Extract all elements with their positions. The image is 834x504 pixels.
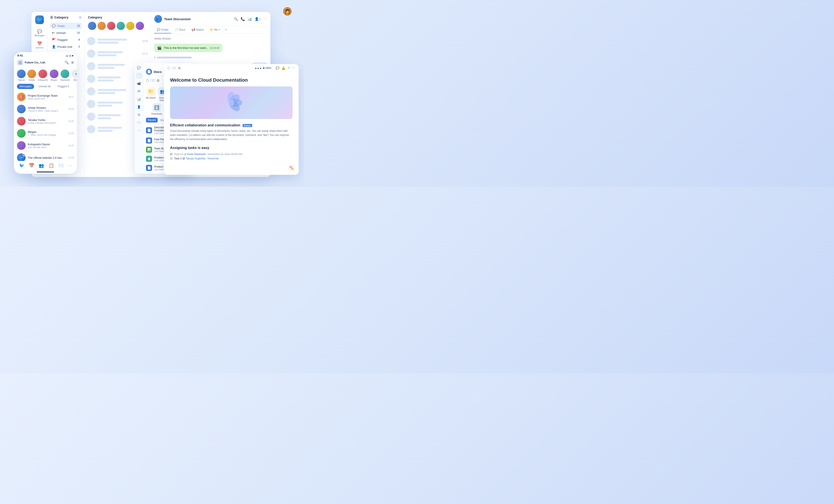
chat-item-megan[interactable]: Megan ✓ Yeah, here's the change. 14:49	[14, 127, 77, 139]
avatar-emoji: 👩	[283, 7, 292, 16]
sidebar-item-messages[interactable]: 💬 Messages	[34, 27, 45, 38]
skel-lines	[97, 76, 140, 82]
contact-takahashi[interactable]: Takahashi	[60, 69, 70, 81]
checkbox-done[interactable]: ☑	[170, 153, 172, 156]
contact-megan[interactable]: Megan	[50, 69, 59, 81]
badge-count: 2	[23, 153, 26, 156]
chat-skel-row-1[interactable]: 14:00	[87, 36, 148, 46]
nav-messages[interactable]: 🐦	[19, 163, 25, 168]
chat-time: 14:43	[68, 145, 74, 147]
grid-icon[interactable]: ⊞	[178, 66, 181, 70]
tab-unread[interactable]: Unread 58	[36, 84, 53, 89]
tab-add-button[interactable]: +	[223, 26, 229, 34]
sidebar-icon-more[interactable]: ⋯	[136, 127, 142, 133]
contact-takuya[interactable]: Takuya	[17, 69, 26, 81]
chat-av-5	[126, 22, 134, 30]
more-icon[interactable]: ⋯	[263, 17, 267, 21]
skel-line	[97, 76, 121, 79]
tab-notice[interactable]: 📢 Notice	[189, 26, 206, 34]
tab-docs-label: Docs	[179, 28, 185, 31]
category-chats[interactable]: 💬 Chats 12	[50, 23, 82, 29]
add-member-icon[interactable]: 👤+	[255, 17, 261, 21]
shortcut-myspace[interactable]: 📁 My Space	[146, 87, 156, 102]
contact-name: Megan	[51, 79, 57, 81]
contact-ishida[interactable]: Ishida	[27, 69, 36, 81]
top-user-avatar[interactable]: 👩	[283, 6, 292, 16]
comment-icon[interactable]: 💬	[276, 66, 279, 70]
chat-info-megan: Megan ✓ Yeah, here's the change.	[28, 130, 66, 136]
chat-item-ishida[interactable]: Ishida Shotaro I found it when I was usi…	[14, 103, 77, 115]
chat-name: The official website 2.0 has..	[28, 156, 66, 159]
unread-label: Unread	[56, 31, 77, 35]
sidebar-icon-docs[interactable]: 📄	[136, 72, 142, 79]
share-icon[interactable]: ↗	[287, 66, 290, 70]
tab-docs[interactable]: 📄 Docs	[172, 26, 188, 34]
nav-icon-2[interactable]: □□	[151, 79, 155, 83]
call-icon[interactable]: 📞	[241, 17, 245, 21]
chat-av-4	[117, 22, 125, 30]
tab-recent[interactable]: Recent	[146, 118, 158, 123]
phone-tabs: Messages Unread 58 Flagged 5	[14, 83, 77, 90]
sidebar-icon-chat[interactable]: 💬	[136, 65, 142, 71]
search-icon[interactable]: 🔍	[234, 17, 238, 21]
chat-item-kobayashi[interactable]: Kobayashi Dance Can we talk now? 14:43	[14, 139, 77, 152]
compose-icon[interactable]: ⊕	[71, 60, 74, 65]
checkbox-pending[interactable]: ☐	[170, 157, 172, 160]
nav-mail[interactable]: ✉️	[59, 163, 64, 168]
skel-line	[97, 64, 125, 66]
nav-docs[interactable]: 📋	[49, 163, 54, 168]
category-settings-icon[interactable]: ⚙	[79, 16, 82, 19]
search-icon[interactable]: 🔍	[65, 60, 69, 65]
tab-chats[interactable]: 💬 Chats	[154, 26, 171, 34]
sidebar-icon-grid[interactable]: ⊞	[136, 112, 142, 118]
chat-item-project[interactable]: 🎯 Project Exchange Team Okay, good luck …	[14, 91, 77, 103]
category-flagged[interactable]: 🚩 Flagged 8	[50, 37, 82, 43]
sidebar-icon-mail[interactable]: ✉️	[136, 119, 142, 126]
contact-kobayashi[interactable]: Kobayashi	[38, 69, 48, 81]
sidebar-item-calendar[interactable]: 📅 calendar	[34, 40, 45, 50]
chat-avatar-ishida	[17, 105, 26, 113]
tab-notice-icon: 📢	[192, 28, 195, 31]
tab-chats-label: Chats	[161, 28, 169, 31]
nav-mail-icon: ✉️	[59, 163, 64, 168]
chat-item-lark[interactable]: 🐦 2 The official website 2.0 has.. 14:29	[14, 152, 77, 161]
nav-icon-1[interactable]: ⬡	[146, 79, 149, 83]
nav-groups[interactable]: 👥	[39, 163, 44, 168]
sidebar-icon-people[interactable]: 👤	[136, 104, 142, 110]
nav-icon-3[interactable]: ⊞	[157, 79, 159, 83]
chat-av-6	[136, 22, 144, 30]
skel-line	[97, 92, 115, 94]
myspace-label: My Space	[146, 96, 156, 99]
private-badge: 2	[79, 45, 80, 48]
chat-skel-row-2[interactable]: 13:14	[87, 48, 148, 59]
skel-time: 13:14	[142, 52, 148, 55]
company-avatar: 🏢	[17, 59, 23, 65]
sidebar-icon-video[interactable]: 📹	[136, 80, 142, 86]
layout-icon[interactable]: □□	[172, 66, 176, 70]
notification-icon[interactable]: 🔔	[282, 66, 285, 70]
tab-file[interactable]: 📁 file ▾	[207, 26, 222, 34]
sidebar-icon-pp[interactable]: 📊	[136, 96, 142, 102]
tab-file-icon: 📁	[210, 28, 213, 31]
flagged-icon: 🚩	[52, 38, 56, 42]
expand-icon[interactable]: ⬡	[168, 66, 170, 70]
sidebar-icon-calendar[interactable]: 26	[136, 88, 142, 94]
skel-circle	[87, 87, 95, 95]
skel-line	[97, 80, 114, 82]
category-unread[interactable]: ↩ Unread 12	[50, 29, 82, 36]
nav-calendar[interactable]: 📅	[29, 163, 34, 168]
contact-more[interactable]: ▾ More	[72, 69, 77, 81]
chat-av-2	[97, 22, 106, 30]
chat-preview: I found it when I was using it.	[28, 109, 66, 112]
nav-more[interactable]: ⋯	[68, 163, 72, 168]
edit-pencil-button[interactable]: ✏️	[288, 165, 295, 171]
app-logo[interactable]: 🐦	[35, 16, 44, 24]
category-private[interactable]: 👤 Private chat 2	[50, 43, 82, 50]
tab-messages[interactable]: Messages	[17, 84, 34, 89]
flagged-badge: 8	[79, 38, 80, 41]
tab-flagged[interactable]: Flagged 5	[55, 84, 72, 89]
chat-item-tanaka[interactable]: Tanaka Yuriko Is this a design document?…	[14, 115, 77, 127]
more-icon[interactable]: ⋯	[292, 66, 295, 70]
board-icon[interactable]: 📊	[248, 17, 252, 21]
phone-time: 9:41	[17, 54, 23, 57]
